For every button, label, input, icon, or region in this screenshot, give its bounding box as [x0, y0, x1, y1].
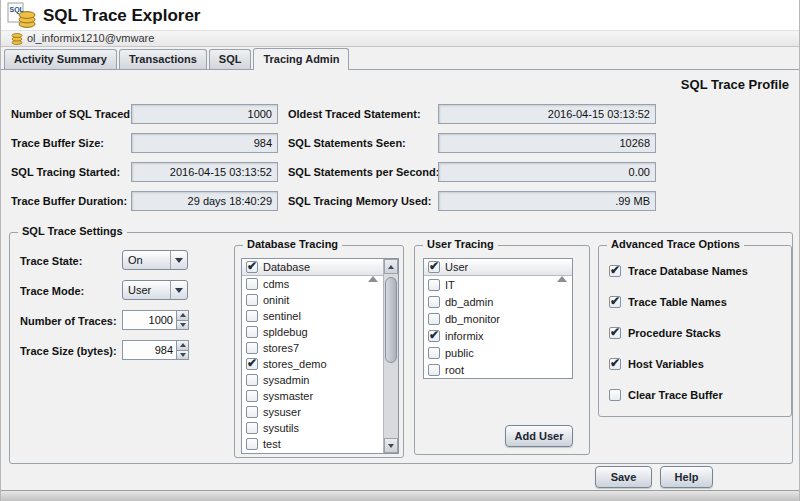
- window-bottom-edge: [1, 490, 799, 501]
- list-item-label: sysmaster: [263, 390, 313, 402]
- tab-transactions[interactable]: Transactions: [119, 49, 207, 69]
- scrollbar-down-icon[interactable]: [384, 438, 398, 453]
- host-variables-option[interactable]: ✔ Host Variables: [609, 355, 704, 373]
- checkmark-icon: ✔: [610, 294, 620, 308]
- checkbox[interactable]: ✔: [246, 406, 258, 418]
- stepper-value: 1000: [122, 310, 176, 330]
- chevron-down-icon[interactable]: [170, 281, 187, 299]
- sql-logo-icon: SQL: [7, 2, 37, 29]
- spinner-up-icon[interactable]: [176, 340, 189, 351]
- scrollbar-thumb[interactable]: [385, 277, 397, 363]
- list-item[interactable]: ✔ sysmaster: [242, 388, 383, 404]
- number-of-traces-stepper[interactable]: 1000: [122, 310, 189, 330]
- list-item-label: sysadmin: [263, 374, 309, 386]
- checkbox[interactable]: ✔: [428, 279, 440, 291]
- list-item-label: informix: [445, 330, 484, 342]
- sort-ascending-icon[interactable]: [368, 264, 378, 276]
- user-tracing-group: User Tracing ✔ User ✔ IT ✔ db_admin: [414, 245, 590, 455]
- scrollbar-up-icon[interactable]: [384, 259, 398, 274]
- checkbox[interactable]: ✔: [246, 438, 258, 450]
- help-button[interactable]: Help: [660, 466, 713, 488]
- spinner-up-icon[interactable]: [176, 310, 189, 321]
- list-item[interactable]: ✔ sysutils: [242, 420, 383, 436]
- checkbox[interactable]: ✔: [246, 422, 258, 434]
- checkmark-icon: ✔: [247, 356, 257, 370]
- checkbox[interactable]: ✔: [428, 364, 440, 376]
- checkbox[interactable]: ✔: [428, 347, 440, 359]
- chevron-down-icon[interactable]: [170, 251, 187, 269]
- list-item[interactable]: ✔ sysuser: [242, 404, 383, 420]
- trace-buffer-size-value: 984: [131, 133, 278, 153]
- save-button[interactable]: Save: [595, 466, 652, 488]
- list-item[interactable]: ✔ IT: [424, 276, 572, 293]
- tab-tracing-admin[interactable]: Tracing Admin: [253, 48, 349, 70]
- header-label: User: [445, 261, 468, 273]
- list-item[interactable]: ✔ spldebug: [242, 324, 383, 340]
- add-user-button[interactable]: Add User: [505, 425, 573, 447]
- checkbox[interactable]: ✔: [246, 310, 258, 322]
- tab-activity-summary[interactable]: Activity Summary: [4, 49, 117, 69]
- sql-tracing-started-label: SQL Tracing Started:: [11, 162, 120, 182]
- checkmark-icon: ✔: [429, 259, 439, 273]
- page-title: SQL Trace Profile: [681, 77, 789, 92]
- select-all-users-checkbox[interactable]: ✔: [428, 261, 440, 273]
- list-item[interactable]: ✔ public: [424, 344, 572, 361]
- number-of-sql-traced-value: 1000: [131, 104, 278, 124]
- list-item[interactable]: ✔ sentinel: [242, 308, 383, 324]
- sql-trace-explorer-window: SQL SQL Trace Explorer ol_informix1210@v…: [0, 0, 800, 501]
- procedure-stacks-option[interactable]: ✔ Procedure Stacks: [609, 324, 721, 342]
- list-item[interactable]: ✔ root: [424, 361, 572, 378]
- trace-state-select[interactable]: On: [122, 250, 188, 270]
- list-item-label: public: [445, 347, 474, 359]
- user-list: ✔ User ✔ IT ✔ db_admin ✔ db_monito: [423, 258, 573, 379]
- checkbox[interactable]: ✔: [246, 342, 258, 354]
- checkbox[interactable]: ✔: [609, 327, 621, 339]
- advanced-trace-options-group: Advanced Trace Options ✔ Trace Database …: [598, 245, 792, 417]
- tab-sql[interactable]: SQL: [209, 49, 252, 69]
- spinner-down-icon[interactable]: [176, 321, 189, 331]
- option-label: Clear Trace Buffer: [628, 389, 723, 401]
- checkbox[interactable]: ✔: [609, 265, 621, 277]
- list-item-label: sentinel: [263, 310, 301, 322]
- user-list-header[interactable]: ✔ User: [424, 259, 572, 276]
- list-item-label: test: [263, 438, 281, 450]
- sort-ascending-icon[interactable]: [557, 264, 567, 276]
- checkbox[interactable]: ✔: [246, 326, 258, 338]
- list-item[interactable]: ✔ test: [242, 436, 383, 452]
- list-item[interactable]: ✔ stores7: [242, 340, 383, 356]
- checkbox[interactable]: ✔: [428, 330, 440, 342]
- checkbox[interactable]: ✔: [246, 294, 258, 306]
- list-item[interactable]: ✔ stores_demo: [242, 356, 383, 372]
- vertical-scrollbar[interactable]: [383, 259, 398, 453]
- list-item[interactable]: ✔ informix: [424, 327, 572, 344]
- checkbox[interactable]: ✔: [246, 390, 258, 402]
- trace-table-names-option[interactable]: ✔ Trace Table Names: [609, 293, 727, 311]
- checkbox[interactable]: ✔: [246, 374, 258, 386]
- checkbox[interactable]: ✔: [609, 389, 621, 401]
- checkbox[interactable]: ✔: [246, 278, 258, 290]
- selected-value: User: [123, 281, 170, 299]
- clear-trace-buffer-option[interactable]: ✔ Clear Trace Buffer: [609, 386, 723, 404]
- trace-size-stepper[interactable]: 984: [122, 340, 189, 360]
- list-item-label: db_admin: [445, 296, 493, 308]
- trace-mode-select[interactable]: User: [122, 280, 188, 300]
- checkbox[interactable]: ✔: [609, 358, 621, 370]
- checkbox[interactable]: ✔: [246, 358, 258, 370]
- user-rows: ✔ IT ✔ db_admin ✔ db_monitor ✔ informix: [424, 276, 572, 378]
- checkbox[interactable]: ✔: [428, 296, 440, 308]
- option-label: Procedure Stacks: [628, 327, 721, 339]
- tab-bar: Activity Summary Transactions SQL Tracin…: [1, 47, 799, 70]
- list-item[interactable]: ✔ db_admin: [424, 293, 572, 310]
- list-item[interactable]: ✔ oninit: [242, 292, 383, 308]
- list-item[interactable]: ✔ sysadmin: [242, 372, 383, 388]
- checkbox[interactable]: ✔: [609, 296, 621, 308]
- checkbox[interactable]: ✔: [428, 313, 440, 325]
- database-list-header[interactable]: ✔ Database: [242, 259, 383, 276]
- select-all-databases-checkbox[interactable]: ✔: [246, 261, 258, 273]
- spinner-down-icon[interactable]: [176, 351, 189, 361]
- trace-database-names-option[interactable]: ✔ Trace Database Names: [609, 262, 748, 280]
- stepper-value: 984: [122, 340, 176, 360]
- list-item-label: IT: [445, 279, 455, 291]
- list-item[interactable]: ✔ cdms: [242, 276, 383, 292]
- list-item[interactable]: ✔ db_monitor: [424, 310, 572, 327]
